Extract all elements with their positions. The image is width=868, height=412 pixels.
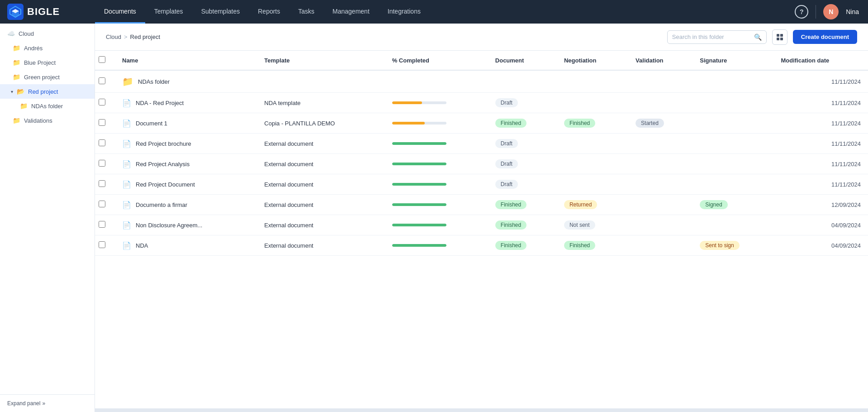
row-progress <box>385 113 488 134</box>
signature-badge: Signed <box>700 200 727 209</box>
nav-right: ? N Nina <box>795 4 868 19</box>
document-badge: Draft <box>495 159 518 168</box>
th-signature: Signature <box>693 51 773 70</box>
doc-row-icon: 📄 <box>122 180 131 189</box>
doc-row-icon: 📄 <box>122 160 131 168</box>
content-header: Cloud > Red project 🔍 Create d <box>95 24 868 51</box>
document-badge: Finished <box>495 220 526 230</box>
user-name[interactable]: Nina <box>846 8 859 15</box>
create-document-button[interactable]: Create document <box>793 30 857 44</box>
row-mod-date: 11/11/2024 <box>773 113 868 134</box>
table-row[interactable]: 📄Red Project brochureExternal documentDr… <box>95 134 868 154</box>
svg-rect-7 <box>780 38 783 40</box>
doc-row-icon: 📄 <box>122 201 131 209</box>
row-checkbox[interactable] <box>99 160 105 167</box>
subfolder-icon: 📁 <box>20 102 28 110</box>
doc-row-icon: 📄 <box>122 119 131 128</box>
row-name: Non Disclosure Agreem... <box>136 222 202 229</box>
sidebar-item-cloud[interactable]: ☁️ Cloud <box>0 24 95 41</box>
row-checkbox[interactable] <box>99 77 105 84</box>
help-button[interactable]: ? <box>795 5 808 19</box>
row-checkbox[interactable] <box>99 221 105 228</box>
table-row[interactable]: 📄Document 1Copia - PLANTILLA DEMOFinishe… <box>95 113 868 134</box>
nav-integrations[interactable]: Integrations <box>379 0 430 24</box>
th-validation: Validation <box>628 51 693 70</box>
row-negotiation-status <box>557 93 628 113</box>
folder-row-icon: 📁 <box>122 76 133 87</box>
progress-bar <box>392 142 446 145</box>
row-progress <box>385 215 488 235</box>
row-mod-date: 04/09/2024 <box>773 215 868 235</box>
row-document-status: Finished <box>488 195 557 215</box>
progress-bar <box>392 183 446 186</box>
sidebar-item-blue-project[interactable]: 📁 Blue Project <box>0 55 95 70</box>
row-checkbox[interactable] <box>99 139 105 146</box>
row-validation-status <box>628 154 693 174</box>
row-validation-status <box>628 215 693 235</box>
cloud-icon: ☁️ <box>7 30 15 37</box>
row-negotiation-status <box>557 174 628 195</box>
progress-bar-wrap <box>392 122 446 125</box>
select-all-checkbox[interactable] <box>99 56 105 63</box>
nav-tasks[interactable]: Tasks <box>289 0 323 24</box>
row-validation-status <box>628 70 693 93</box>
row-template: External document <box>257 215 384 235</box>
sidebar-item-validations[interactable]: 📁 Validations <box>0 113 95 128</box>
row-checkbox[interactable] <box>99 119 105 126</box>
sidebar-item-andres[interactable]: 📁 Andrés <box>0 41 95 55</box>
folder-icon: 📁 <box>13 59 20 66</box>
nav-reports[interactable]: Reports <box>249 0 289 24</box>
progress-bar <box>392 224 446 226</box>
progress-bar <box>392 203 446 206</box>
table-header-row: Name Template % Completed Document Negot… <box>95 51 868 70</box>
row-template: External document <box>257 195 384 215</box>
table-row[interactable]: 📁NDAs folder11/11/2024 <box>95 70 868 93</box>
th-document: Document <box>488 51 557 70</box>
table-row[interactable]: 📄Non Disclosure Agreem...External docume… <box>95 215 868 235</box>
row-checkbox[interactable] <box>99 241 105 248</box>
document-badge: Finished <box>495 200 526 209</box>
table-row[interactable]: 📄Red Project AnalysisExternal documentDr… <box>95 154 868 174</box>
nav-items: Documents Templates Subtemplates Reports… <box>95 0 795 24</box>
row-progress <box>385 154 488 174</box>
table-row[interactable]: 📄Documento a firmarExternal documentFini… <box>95 195 868 215</box>
row-checkbox[interactable] <box>99 201 105 207</box>
content-area: Cloud > Red project 🔍 Create d <box>95 24 868 412</box>
progress-bar-wrap <box>392 203 446 206</box>
table-row[interactable]: 📄NDA - Red ProjectNDA templateDraft11/11… <box>95 93 868 113</box>
table-row[interactable]: 📄NDAExternal documentFinishedFinishedSen… <box>95 235 868 256</box>
row-template: NDA template <box>257 93 384 113</box>
row-negotiation-status: Finished <box>557 235 628 256</box>
grid-icon <box>776 34 783 41</box>
expand-panel-button[interactable]: Expand panel » <box>0 394 95 412</box>
horizontal-scrollbar[interactable] <box>95 408 868 412</box>
breadcrumb-cloud[interactable]: Cloud <box>106 34 121 40</box>
main-layout: ☁️ Cloud 📁 Andrés 📁 Blue Project 📁 Green… <box>0 24 868 412</box>
nav-management[interactable]: Management <box>323 0 379 24</box>
sidebar-item-red-project[interactable]: ▾ 📂 Red project <box>0 84 95 99</box>
nav-subtemplates[interactable]: Subtemplates <box>192 0 249 24</box>
folder-icon: 📁 <box>13 44 20 52</box>
bigle-logo-icon <box>7 4 24 20</box>
row-name: NDA - Red Project <box>136 100 184 106</box>
row-mod-date: 11/11/2024 <box>773 93 868 113</box>
nav-documents[interactable]: Documents <box>95 0 145 24</box>
avatar[interactable]: N <box>823 4 839 19</box>
row-checkbox[interactable] <box>99 99 105 105</box>
sidebar-item-ndas-folder[interactable]: 📁 NDAs folder <box>0 99 95 113</box>
folder-open-icon: 📂 <box>17 88 24 95</box>
row-document-status: Draft <box>488 154 557 174</box>
nav-templates[interactable]: Templates <box>145 0 192 24</box>
row-checkbox[interactable] <box>99 180 105 187</box>
progress-bar-wrap <box>392 163 446 165</box>
row-template <box>257 70 384 93</box>
table-row[interactable]: 📄Red Project DocumentExternal documentDr… <box>95 174 868 195</box>
row-mod-date: 11/11/2024 <box>773 70 868 93</box>
progress-bar <box>392 101 422 104</box>
expand-panel-label: Expand panel <box>7 400 40 407</box>
view-toggle-button[interactable] <box>772 29 787 45</box>
row-negotiation-status <box>557 134 628 154</box>
search-input[interactable] <box>672 34 751 40</box>
sidebar-item-green-project[interactable]: 📁 Green project <box>0 70 95 84</box>
nav-divider <box>816 5 816 19</box>
